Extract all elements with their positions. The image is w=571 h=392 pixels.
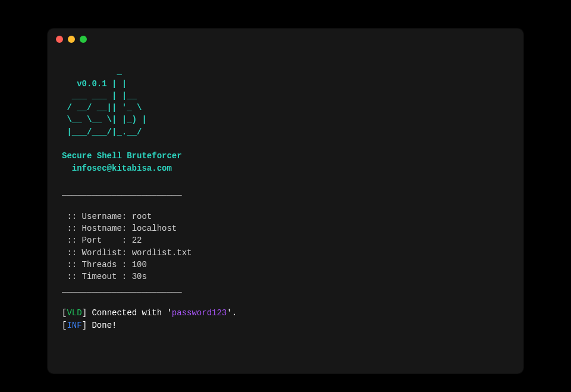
close-icon[interactable]: [56, 36, 63, 43]
terminal-output: _ v0.0.1 | | ___ ___ | |__ / __/ __|| '_…: [48, 50, 523, 346]
maximize-icon[interactable]: [80, 36, 87, 43]
config-value: wordlist.txt: [132, 248, 192, 258]
minimize-icon[interactable]: [68, 36, 75, 43]
terminal-window: _ v0.0.1 | | ___ ___ | |__ / __/ __|| '_…: [48, 29, 523, 374]
config-label: Threads :: [82, 259, 127, 271]
log-tag-inf: INF: [67, 321, 81, 330]
config-value: 22: [132, 236, 142, 245]
config-prefix: ::: [62, 212, 82, 221]
config-prefix: ::: [62, 236, 82, 245]
config-prefix: ::: [62, 248, 82, 258]
config-prefix: ::: [62, 272, 82, 281]
bracket-close: ]: [82, 321, 87, 330]
config-label: Username:: [82, 211, 127, 222]
divider-top: ________________________: [62, 187, 182, 197]
app-subtitle: infosec@kitabisa.com: [62, 164, 172, 173]
ascii-banner: _ v0.0.1 | | ___ ___ | |__ / __/ __|| '_…: [62, 67, 147, 136]
config-value: localhost: [132, 224, 177, 233]
log-line-vld: [VLD] Connected with 'password123'.: [62, 308, 237, 318]
config-value: root: [132, 212, 152, 221]
config-prefix: ::: [62, 224, 82, 233]
config-row: :: Threads : 100: [62, 260, 147, 269]
window-titlebar: [48, 29, 523, 50]
config-label: Port :: [82, 234, 127, 246]
log-tag-vld: VLD: [67, 308, 81, 318]
config-row: :: Hostname: localhost: [62, 224, 177, 233]
config-row: :: Timeout : 30s: [62, 272, 147, 281]
config-row: :: Wordlist: wordlist.txt: [62, 248, 192, 258]
bracket-close: ]: [82, 308, 87, 318]
log-text: Done!: [87, 321, 117, 330]
config-value: 100: [132, 260, 147, 269]
log-line-inf: [INF] Done!: [62, 321, 117, 330]
config-label: Hostname:: [82, 222, 127, 234]
config-label: Wordlist:: [82, 247, 127, 259]
found-password: password123: [172, 308, 227, 318]
config-label: Timeout :: [82, 271, 127, 283]
log-text: '.: [227, 308, 237, 318]
config-value: 30s: [132, 272, 147, 281]
divider-bottom: ________________________: [62, 284, 182, 294]
log-text: Connected with ': [87, 308, 172, 318]
config-row: :: Username: root: [62, 212, 152, 221]
config-prefix: ::: [62, 260, 82, 269]
config-row: :: Port : 22: [62, 236, 142, 245]
app-title: Secure Shell Bruteforcer: [62, 151, 182, 161]
